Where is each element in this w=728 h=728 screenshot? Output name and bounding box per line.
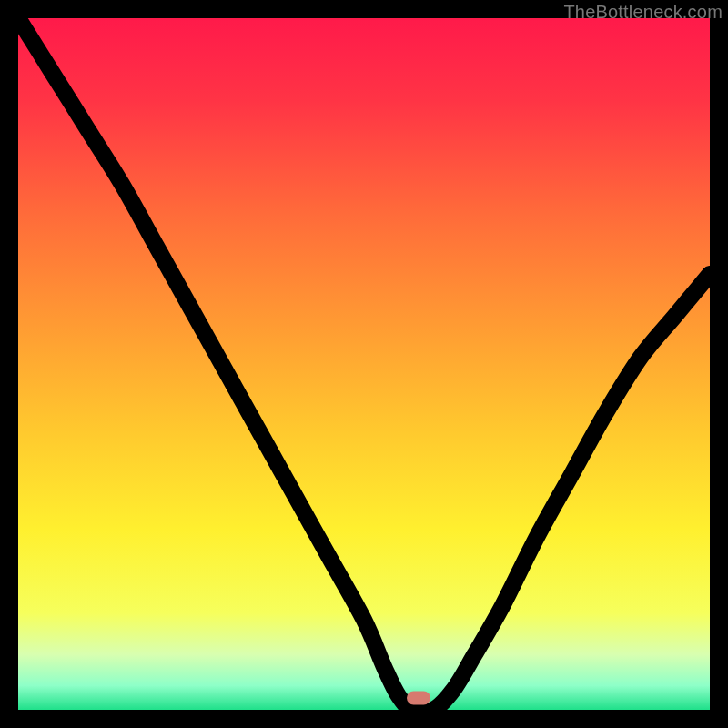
min-point-marker bbox=[407, 692, 430, 705]
chart-frame: TheBottleneck.com bbox=[0, 0, 728, 728]
bottleneck-curve bbox=[18, 18, 710, 710]
plot-area bbox=[18, 18, 710, 710]
curve-layer bbox=[18, 18, 710, 710]
